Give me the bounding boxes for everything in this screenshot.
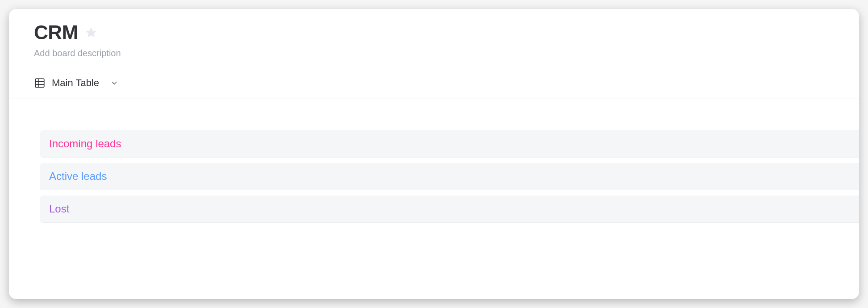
group-active-leads[interactable]: Active leads	[40, 163, 859, 190]
group-label: Active leads	[49, 170, 107, 182]
star-icon[interactable]	[84, 26, 98, 39]
group-lost[interactable]: Lost	[40, 196, 859, 223]
board-description-input[interactable]: Add board description	[34, 48, 834, 58]
table-icon	[34, 77, 46, 89]
view-selector[interactable]: Main Table	[9, 69, 859, 99]
view-label: Main Table	[52, 77, 99, 89]
board-header: CRM Add board description	[9, 21, 859, 69]
title-row: CRM	[34, 21, 834, 44]
board-title[interactable]: CRM	[34, 21, 78, 44]
svg-rect-0	[35, 79, 44, 87]
groups-area: Incoming leads Active leads Lost	[9, 99, 859, 223]
chevron-down-icon[interactable]	[110, 79, 119, 87]
board-container: CRM Add board description Main Table Inc…	[9, 9, 859, 299]
group-label: Lost	[49, 203, 69, 215]
group-label: Incoming leads	[49, 137, 121, 150]
group-incoming-leads[interactable]: Incoming leads	[40, 130, 859, 158]
